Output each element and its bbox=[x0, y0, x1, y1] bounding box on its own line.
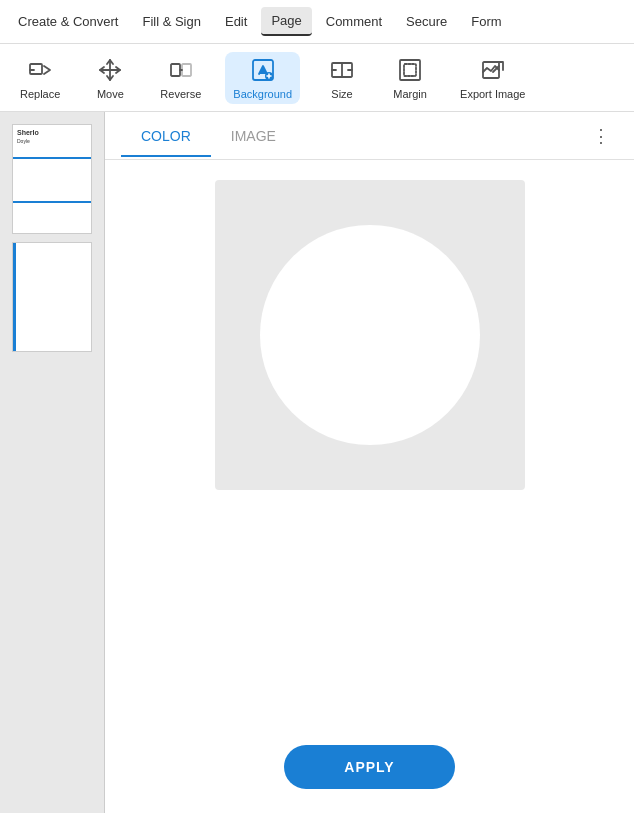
export-image-icon bbox=[479, 56, 507, 84]
replace-icon bbox=[26, 56, 54, 84]
svg-rect-0 bbox=[30, 64, 42, 74]
background-panel: COLOR IMAGE ⋮ APPLY bbox=[105, 112, 634, 813]
doc-thumb-2[interactable] bbox=[12, 242, 92, 352]
tab-color[interactable]: COLOR bbox=[121, 116, 211, 156]
menu-item-secure[interactable]: Secure bbox=[396, 8, 457, 35]
menu-item-page[interactable]: Page bbox=[261, 7, 311, 36]
toolbar: Replace Move Reverse bbox=[0, 44, 634, 112]
reverse-icon bbox=[167, 56, 195, 84]
main-area: Sherlo Doyle COLOR IMAGE ⋮ APPLY bbox=[0, 112, 634, 813]
doc-title-snippet: Sherlo bbox=[17, 129, 87, 136]
doc-panel: Sherlo Doyle bbox=[0, 112, 105, 813]
tool-move[interactable]: Move bbox=[84, 52, 136, 104]
svg-rect-2 bbox=[171, 64, 180, 76]
menu-item-form[interactable]: Form bbox=[461, 8, 511, 35]
menu-item-comment[interactable]: Comment bbox=[316, 8, 392, 35]
size-icon bbox=[328, 56, 356, 84]
background-icon bbox=[249, 56, 277, 84]
tool-background[interactable]: Background bbox=[225, 52, 300, 104]
menu-item-fill-sign[interactable]: Fill & Sign bbox=[132, 8, 211, 35]
menu-item-create-convert[interactable]: Create & Convert bbox=[8, 8, 128, 35]
tool-reverse[interactable]: Reverse bbox=[152, 52, 209, 104]
tool-reverse-label: Reverse bbox=[160, 88, 201, 100]
doc-thumb-1[interactable]: Sherlo Doyle bbox=[12, 124, 92, 234]
tab-image[interactable]: IMAGE bbox=[211, 116, 296, 156]
tool-margin[interactable]: Margin bbox=[384, 52, 436, 104]
doc-subtitle-snippet: Doyle bbox=[17, 138, 87, 144]
tool-move-label: Move bbox=[97, 88, 124, 100]
apply-button[interactable]: APPLY bbox=[284, 745, 454, 789]
panel-tabs: COLOR IMAGE ⋮ bbox=[105, 112, 634, 160]
tool-margin-label: Margin bbox=[393, 88, 427, 100]
color-swatch-circle bbox=[260, 225, 480, 445]
more-options-button[interactable]: ⋮ bbox=[584, 117, 618, 155]
tool-size[interactable]: Size bbox=[316, 52, 368, 104]
menu-bar: Create & Convert Fill & Sign Edit Page C… bbox=[0, 0, 634, 44]
svg-rect-7 bbox=[400, 60, 420, 80]
margin-icon bbox=[396, 56, 424, 84]
move-icon bbox=[96, 56, 124, 84]
doc-thumb-text: Sherlo Doyle bbox=[13, 125, 91, 148]
menu-item-edit[interactable]: Edit bbox=[215, 8, 257, 35]
tool-replace-label: Replace bbox=[20, 88, 60, 100]
tool-size-label: Size bbox=[331, 88, 352, 100]
tool-replace[interactable]: Replace bbox=[12, 52, 68, 104]
svg-rect-3 bbox=[182, 64, 191, 76]
tool-export-label: Export Image bbox=[460, 88, 525, 100]
tool-export-image[interactable]: Export Image bbox=[452, 52, 533, 104]
color-picker-area bbox=[105, 160, 634, 721]
tool-background-label: Background bbox=[233, 88, 292, 100]
color-swatch-container[interactable] bbox=[215, 180, 525, 490]
apply-btn-area: APPLY bbox=[105, 721, 634, 813]
svg-rect-8 bbox=[404, 64, 416, 76]
